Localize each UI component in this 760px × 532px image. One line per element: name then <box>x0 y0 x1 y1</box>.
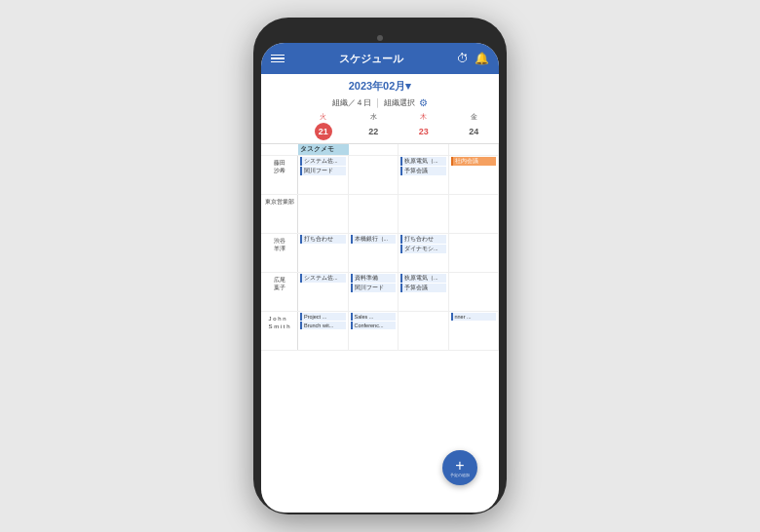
event-item-orange[interactable]: 社内会議 <box>451 157 497 166</box>
john-col4: nner ... <box>449 312 500 350</box>
shibuya-col2: 本橋銀行（... <box>349 234 399 272</box>
day-name-fri: 金 <box>450 112 499 122</box>
date-header[interactable]: 2023年02月▾ <box>261 74 499 95</box>
controls-bar: 組織／４日 │ 組織選択 ⚙ <box>261 95 499 110</box>
person-name-hiroo: 広尾葉子 <box>261 273 298 311</box>
john-col2: Sales ... Conferenc... <box>349 312 399 350</box>
tokyo-col1 <box>298 195 349 233</box>
shibuya-col3: 打ち合わせ ダイナモシ... <box>399 234 449 272</box>
hiroo-col3: 狄原電気（... 予算会議 <box>399 273 449 311</box>
event-item[interactable]: 打ち合わせ <box>400 235 446 244</box>
day-header-fri: 金 24 <box>449 110 500 143</box>
john-col1: Project ... Brunch wit... <box>298 312 349 350</box>
hiroo-col1: システム佐... <box>298 273 349 311</box>
john-col3 <box>399 312 449 350</box>
event-item[interactable]: Sales ... <box>351 313 397 321</box>
fab-plus-icon: + <box>455 458 464 474</box>
shibuya-col4 <box>449 234 500 272</box>
event-item[interactable]: 予算会議 <box>400 284 446 292</box>
event-item[interactable]: 資料準備 <box>351 274 397 283</box>
calendar-grid: 火 21 水 22 木 23 金 24 タスクメモ <box>261 110 499 468</box>
event-item[interactable]: nner ... <box>451 313 497 321</box>
day-num-22: 22 <box>364 123 382 140</box>
fujita-col4: 社内会議 <box>449 156 500 194</box>
day-name-tue: 火 <box>299 112 348 122</box>
event-item[interactable]: Conferenc... <box>351 322 397 329</box>
event-item[interactable]: 本橋銀行（... <box>351 235 397 244</box>
day-num-24: 24 <box>465 123 482 140</box>
person-name-shibuya: 渋谷羊澤 <box>261 234 298 272</box>
person-row-fujita: 藤田沙希 システム佐... 関川フード 狄原電気（... 予算会議 社内会議 <box>261 156 499 195</box>
event-item[interactable]: システム佐... <box>300 157 346 166</box>
task-col4 <box>449 144 500 155</box>
day-name-thu: 木 <box>399 112 448 122</box>
day-name-wed: 水 <box>350 112 399 122</box>
person-row-shibuya: 渋谷羊澤 打ち合わせ 本橋銀行（... 打ち合わせ ダイナモシ... <box>261 234 499 273</box>
view-label[interactable]: 組織／４日 <box>332 97 371 108</box>
person-row-john: J o h nS m i t h Project ... Brunch wit.… <box>261 312 499 351</box>
event-item[interactable]: Brunch wit... <box>300 322 346 329</box>
event-item[interactable]: 打ち合わせ <box>300 235 346 244</box>
day-num-23: 23 <box>415 123 433 140</box>
shibuya-col1: 打ち合わせ <box>298 234 349 272</box>
task-label-empty <box>261 144 298 155</box>
phone-screen: スケジュール ⏱ 🔔 2023年02月▾ 組織／４日 │ 組織選択 ⚙ 火 <box>261 43 499 513</box>
history-icon[interactable]: ⏱ <box>457 52 469 65</box>
event-item[interactable]: システム佐... <box>300 274 346 283</box>
month-label: 2023年02月 <box>349 80 406 92</box>
fujita-col2 <box>349 156 399 194</box>
filter-icon[interactable]: ⚙ <box>419 97 428 108</box>
task-memo-cell[interactable]: タスクメモ <box>298 144 349 155</box>
tokyo-col4 <box>449 195 500 233</box>
notification-icon[interactable]: 🔔 <box>475 52 489 65</box>
menu-icon[interactable] <box>271 55 285 63</box>
person-name-fujita: 藤田沙希 <box>261 156 298 194</box>
divider: │ <box>375 98 380 107</box>
speaker <box>377 35 383 41</box>
day-header-wed: 水 22 <box>349 110 399 143</box>
day-headers-row: 火 21 水 22 木 23 金 24 <box>261 110 499 144</box>
event-item[interactable]: ダイナモシ... <box>400 245 446 253</box>
fujita-col3: 狄原電気（... 予算会議 <box>399 156 449 194</box>
day-num-21: 21 <box>315 123 332 140</box>
person-row-tokyo: 東京営業部 <box>261 195 499 234</box>
filter-label[interactable]: 組織選択 <box>384 97 415 108</box>
person-name-john: J o h nS m i t h <box>261 312 298 350</box>
event-item[interactable]: 予算会議 <box>400 167 446 175</box>
event-item[interactable]: 関川フード <box>300 167 346 175</box>
fab-label: 予定の追加 <box>450 474 470 477</box>
header-icons: ⏱ 🔔 <box>457 52 489 65</box>
tokyo-col3 <box>399 195 449 233</box>
app-title: スケジュール <box>339 52 403 66</box>
fab-button[interactable]: + 予定の追加 <box>442 450 477 485</box>
tokyo-col2 <box>349 195 399 233</box>
person-name-tokyo: 東京営業部 <box>261 195 298 233</box>
day-header-tue: 火 21 <box>298 110 349 143</box>
hiroo-col2: 資料準備 関川フード <box>349 273 399 311</box>
task-col3 <box>399 144 449 155</box>
phone-device: スケジュール ⏱ 🔔 2023年02月▾ 組織／４日 │ 組織選択 ⚙ 火 <box>253 18 507 514</box>
hiroo-col4 <box>449 273 500 311</box>
day-header-thu: 木 23 <box>399 110 449 143</box>
event-item[interactable]: 狄原電気（... <box>400 274 446 283</box>
top-bar: スケジュール ⏱ 🔔 <box>261 43 499 74</box>
task-memo-row: タスクメモ <box>261 144 499 156</box>
person-row-hiroo: 広尾葉子 システム佐... 資料準備 関川フード 狄原電気（... 予算会議 <box>261 273 499 312</box>
event-item[interactable]: 狄原電気（... <box>400 157 446 166</box>
label-col <box>261 110 298 143</box>
task-col2 <box>349 144 399 155</box>
event-item[interactable]: Project ... <box>300 313 346 321</box>
fujita-col1: システム佐... 関川フード <box>298 156 349 194</box>
event-item[interactable]: 関川フード <box>351 284 397 292</box>
